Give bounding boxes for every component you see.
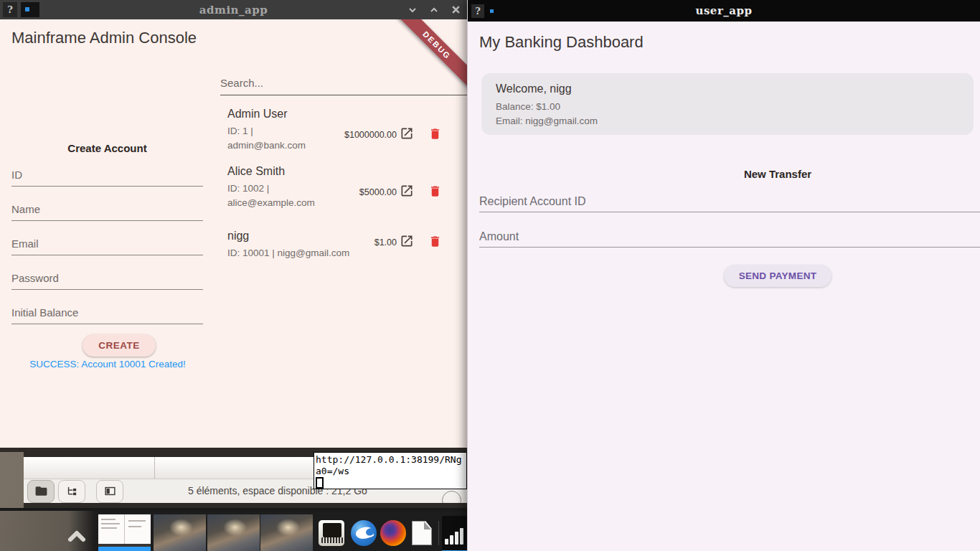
account-row[interactable]: Admin User ID: 1 | admin@bank.com $10000… [220,108,467,164]
page-title: My Banking Dashboard [479,33,644,52]
folder-view-button[interactable] [27,480,55,503]
close-icon[interactable] [450,4,461,16]
window-thumbnail[interactable] [260,514,313,551]
success-message: SUCCESS: Account 10001 Created! [0,359,215,369]
window-thumbnail-active[interactable] [98,514,151,551]
amount-field[interactable] [479,226,980,247]
amount-field-wrap [479,226,980,248]
account-details: ID: 10001 | nigg@gmail.com [227,246,349,260]
delete-icon[interactable] [428,235,442,248]
tree-view-button[interactable] [58,480,85,503]
send-payment-button[interactable]: SEND PAYMENT [724,265,831,287]
account-balance: $1.00 [374,237,397,248]
toggle-sidebar-button[interactable] [96,480,123,503]
signal-bars-icon[interactable] [442,516,467,550]
search-input[interactable] [220,70,467,95]
account-balance: $5000.00 [359,187,397,197]
page-title: Mainframe Admin Console [11,29,197,47]
account-name: nigg [227,230,249,242]
search-field-wrap [220,70,467,95]
name-field-wrap [11,198,203,221]
id-field-wrap [11,164,203,187]
user-app-window: ? user_app My Banking Dashboard Welcome,… [467,0,980,551]
thumbnail-preview [98,514,151,551]
name-field[interactable] [11,198,203,220]
id-field[interactable] [11,164,203,186]
email-line: Email: nigg@gmail.com [496,114,959,128]
welcome-title: Welcome, nigg [496,83,959,95]
window-thumbnail[interactable] [207,514,260,551]
account-row[interactable]: Alice Smith ID: 1002 | alice@example.com… [220,165,467,221]
password-field-wrap [11,267,203,290]
terminal-line: a0=/ws [316,466,466,477]
thunderbird-icon[interactable] [350,519,377,547]
open-in-new-icon[interactable] [400,126,414,141]
terminal-line: http://127.0.0.1:38199/RNg [316,454,466,466]
terminal-window[interactable]: http://127.0.0.1:38199/RNg a0=/ws [314,452,467,489]
shade-up-icon[interactable] [428,4,440,16]
account-row[interactable]: nigg ID: 10001 | nigg@gmail.com $1.00 [220,225,467,266]
pane-divider [154,457,155,479]
admin-app-window: ? admin_app Mainframe Admin Console DEBU… [0,0,467,452]
terminal-icon[interactable] [318,519,345,547]
firefox-icon[interactable] [380,519,407,547]
initial-balance-field-wrap [11,301,203,324]
terminal-cursor [316,477,324,489]
recipient-field-wrap [479,191,980,212]
account-name: Alice Smith [227,165,285,178]
create-button[interactable]: CREATE [83,334,156,357]
chevron-up-icon[interactable] [67,529,87,544]
admin-titlebar: ? admin_app [0,0,467,19]
email-field-wrap [11,232,203,255]
account-balance: $1000000.00 [344,130,397,140]
shade-down-icon[interactable] [407,4,418,16]
window-thumbnail[interactable] [154,514,206,551]
window-title: admin_app [0,4,467,17]
dock-separator [438,521,439,545]
account-details: ID: 1 | admin@bank.com [227,124,321,153]
account-name: Admin User [227,108,288,121]
email-field[interactable] [11,232,203,255]
active-window-indicator [98,547,151,551]
welcome-card: Welcome, nigg Balance: $1.00 Email: nigg… [481,73,974,135]
transfer-heading: New Transfer [468,168,980,180]
delete-icon[interactable] [428,127,442,141]
form-heading: Create Account [11,142,203,154]
balance-line: Balance: $1.00 [496,100,959,114]
user-titlebar: ? user_app [468,0,980,22]
password-field[interactable] [11,267,203,289]
window-bottom-edge [24,503,467,508]
libreoffice-icon[interactable] [408,519,435,547]
open-in-new-icon[interactable] [400,234,414,248]
window-title: user_app [468,4,980,17]
delete-icon[interactable] [428,184,442,198]
open-in-new-icon[interactable] [400,184,414,198]
recipient-account-id-field[interactable] [479,191,980,212]
account-details: ID: 1002 | alice@example.com [227,182,321,210]
initial-balance-field[interactable] [11,301,203,324]
